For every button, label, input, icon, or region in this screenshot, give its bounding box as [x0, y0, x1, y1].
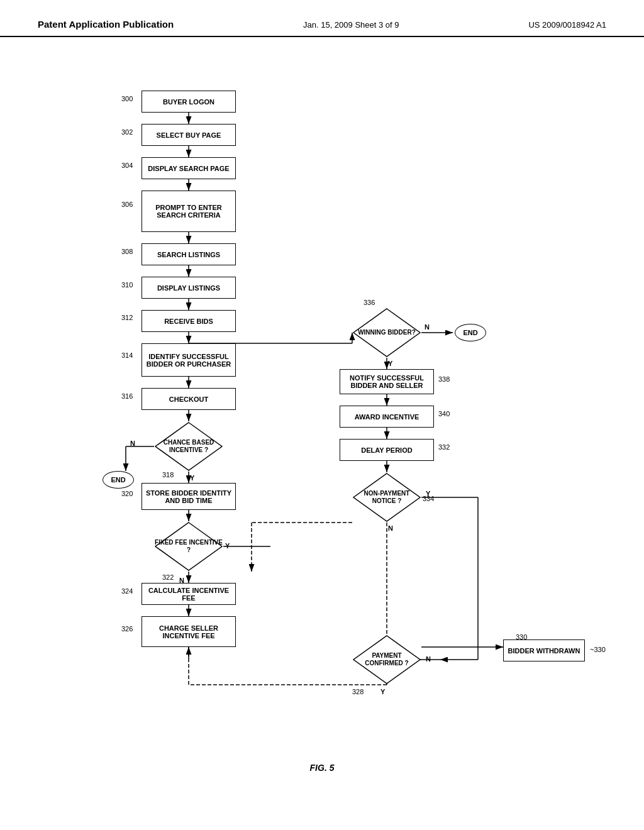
label-324: 324	[121, 587, 133, 595]
label-306: 306	[121, 201, 133, 208]
node-delay-period: DELAY PERIOD	[340, 439, 434, 461]
header-left: Patent Application Publication	[38, 19, 174, 30]
label-336-y: Y	[388, 360, 392, 367]
label-300: 300	[121, 95, 133, 102]
header-right: US 2009/0018942 A1	[528, 20, 606, 30]
node-display-listings-text: DISPLAY LISTINGS	[157, 284, 220, 292]
node-store-bidder: STORE BIDDER IDENTITY AND BID TIME	[142, 483, 236, 510]
label-318: 318	[162, 471, 174, 479]
node-select-buy-page-text: SELECT BUY PAGE	[157, 131, 221, 139]
label-332: 332	[438, 443, 450, 451]
diagram-area: BUYER LOGON 300 SELECT BUY PAGE 302 DISP…	[0, 43, 644, 785]
label-336-n: N	[425, 323, 430, 331]
label-334-y: Y	[426, 490, 430, 497]
node-buyer-logon: BUYER LOGON	[142, 91, 236, 113]
node-identify-bidder-text: IDENTIFY SUCCESSFUL BIDDER OR PURCHASER	[142, 353, 235, 368]
node-winning-bidder: WINNING BIDDER?	[352, 307, 421, 358]
label-304: 304	[121, 162, 133, 169]
label-302: 302	[121, 128, 133, 136]
node-bidder-withdrawn-text: BIDDER WITHDRAWN	[508, 647, 580, 655]
node-checkout-text: CHECKOUT	[169, 396, 208, 403]
node-nonpayment-notice-text: NON-PAYMENT NOTICE ?	[364, 490, 410, 504]
label-322: 322	[162, 573, 174, 581]
node-store-bidder-text: STORE BIDDER IDENTITY AND BID TIME	[142, 489, 235, 504]
label-328-n: N	[426, 655, 431, 663]
node-delay-period-text: DELAY PERIOD	[361, 446, 412, 454]
label-318-n: N	[130, 440, 135, 447]
label-330-num: ~330	[590, 646, 606, 653]
label-314: 314	[121, 351, 133, 359]
node-payment-confirmed: PAYMENT CONFIRMED ?	[352, 634, 421, 685]
label-322-y: Y	[225, 542, 230, 550]
node-prompt-search-text: PROMPT TO ENTER SEARCH CRITERIA	[142, 204, 235, 219]
page-header: Patent Application Publication Jan. 15, …	[0, 0, 644, 37]
node-display-search-page: DISPLAY SEARCH PAGE	[142, 157, 236, 179]
node-nonpayment-notice: NON-PAYMENT NOTICE ?	[352, 472, 421, 523]
label-340: 340	[438, 410, 450, 418]
node-display-search-page-text: DISPLAY SEARCH PAGE	[148, 165, 229, 172]
label-330: 330	[516, 633, 527, 641]
node-receive-bids-text: RECEIVE BIDS	[164, 318, 213, 325]
node-chance-incentive: CHANCE BASED INCENTIVE ?	[154, 421, 223, 472]
node-calculate-fee: CALCULATE INCENTIVE FEE	[142, 583, 236, 605]
node-fixed-fee-incentive: FIXED FEE INCENTIVE ?	[154, 521, 223, 572]
node-select-buy-page: SELECT BUY PAGE	[142, 124, 236, 146]
label-310: 310	[121, 281, 133, 289]
label-326: 326	[121, 625, 133, 633]
node-end-right: END	[455, 324, 486, 341]
node-notify-bidder-text: NOTIFY SUCCESSFUL BIDDER AND SELLER	[340, 374, 433, 389]
node-payment-confirmed-text: PAYMENT CONFIRMED ?	[365, 652, 408, 667]
label-336: 336	[364, 299, 375, 306]
node-winning-bidder-text: WINNING BIDDER?	[358, 329, 416, 336]
node-calculate-fee-text: CALCULATE INCENTIVE FEE	[142, 587, 235, 602]
fig-label: FIG. 5	[310, 763, 335, 773]
label-316: 316	[121, 392, 133, 400]
node-identify-bidder: IDENTIFY SUCCESSFUL BIDDER OR PURCHASER	[142, 343, 236, 377]
label-338: 338	[438, 375, 450, 383]
label-312: 312	[121, 314, 133, 321]
label-308: 308	[121, 248, 133, 255]
label-320: 320	[121, 490, 133, 497]
node-checkout: CHECKOUT	[142, 388, 236, 410]
node-charge-seller: CHARGE SELLER INCENTIVE FEE	[142, 616, 236, 647]
arrows-overlay	[0, 43, 644, 785]
node-notify-bidder: NOTIFY SUCCESSFUL BIDDER AND SELLER	[340, 369, 434, 394]
node-award-incentive: AWARD INCENTIVE	[340, 406, 434, 428]
node-prompt-search: PROMPT TO ENTER SEARCH CRITERIA	[142, 191, 236, 232]
header-center: Jan. 15, 2009 Sheet 3 of 9	[303, 20, 399, 30]
node-search-listings: SEARCH LISTINGS	[142, 243, 236, 265]
node-fixed-fee-incentive-text: FIXED FEE INCENTIVE ?	[155, 539, 223, 553]
node-end-left: END	[103, 471, 134, 489]
label-328: 328	[352, 688, 364, 695]
node-receive-bids: RECEIVE BIDS	[142, 310, 236, 332]
node-bidder-withdrawn: BIDDER WITHDRAWN	[503, 639, 585, 661]
node-display-listings: DISPLAY LISTINGS	[142, 277, 236, 299]
node-award-incentive-text: AWARD INCENTIVE	[355, 413, 419, 421]
label-334-n: N	[388, 524, 393, 532]
node-end-right-text: END	[463, 329, 477, 336]
label-328-y: Y	[380, 688, 385, 695]
node-buyer-logon-text: BUYER LOGON	[163, 98, 214, 106]
label-318-y: Y	[190, 474, 194, 482]
node-search-listings-text: SEARCH LISTINGS	[157, 251, 220, 258]
node-charge-seller-text: CHARGE SELLER INCENTIVE FEE	[142, 624, 235, 639]
node-chance-incentive-text: CHANCE BASED INCENTIVE ?	[164, 439, 214, 453]
node-end-left-text: END	[111, 476, 125, 484]
